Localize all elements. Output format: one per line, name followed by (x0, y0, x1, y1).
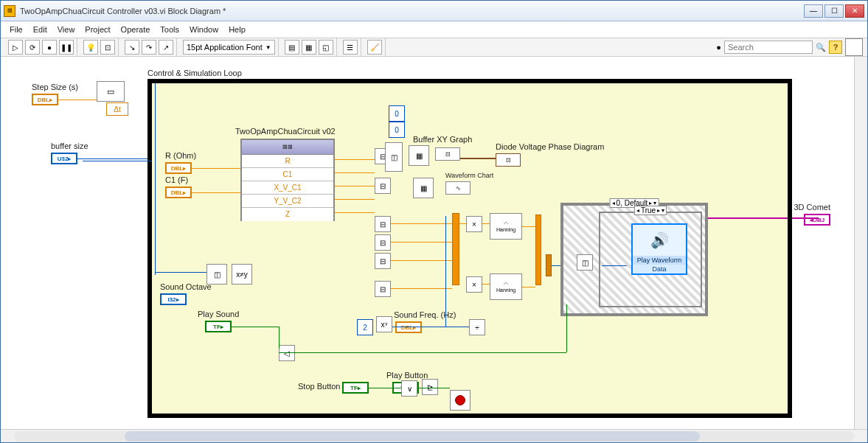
play-waveform-node[interactable]: 🔊 Play Waveform Data (631, 223, 687, 275)
sound-octave-terminal[interactable]: I32▸ (160, 293, 187, 305)
align-button[interactable]: ▤ (285, 40, 299, 55)
menu-help[interactable]: Help (229, 25, 246, 34)
retain-wire-button[interactable]: ⊡ (100, 40, 115, 55)
inner-next-icon[interactable]: ▸ (657, 207, 660, 214)
control-sim-loop[interactable]: R (Ohm) DBL▸ C1 (F) DBL▸ Sound Octave I3… (147, 79, 792, 418)
build-xy-node[interactable]: ▦ (409, 145, 429, 166)
build-array-node[interactable]: ⊟ (375, 178, 391, 194)
merge-signals-node[interactable]: ▦ (413, 178, 434, 198)
pause-button[interactable]: ❚❚ (59, 40, 74, 55)
app-icon: ⊞ (4, 5, 15, 17)
highlight-exec-button[interactable]: 💡 (83, 40, 98, 55)
scroll-track[interactable] (14, 431, 854, 442)
help-button[interactable]: ? (829, 41, 842, 54)
comet-terminal[interactable]: ◂OBJ (804, 214, 830, 226)
maximize-button[interactable]: ☐ (824, 4, 844, 18)
abort-button[interactable]: ● (42, 40, 57, 55)
waveform-chart-indicator[interactable]: ∿ (445, 181, 471, 195)
const-zero-a[interactable]: 0 (389, 105, 405, 122)
xy-graph-indicator[interactable]: ⊡ (435, 147, 460, 161)
inner-prev-icon[interactable]: ◂ (636, 207, 639, 214)
menu-window[interactable]: Window (190, 25, 218, 34)
step-over-button[interactable]: ↷ (142, 40, 156, 55)
run-button[interactable]: ▷ (8, 40, 23, 55)
search-go-icon[interactable]: 🔍 (816, 43, 826, 52)
c1-terminal[interactable]: DBL▸ (165, 186, 192, 198)
menu-file[interactable]: File (10, 25, 23, 34)
multiply-a-node[interactable]: × (466, 216, 482, 232)
not-equal-node[interactable]: x≠y (232, 264, 252, 285)
collector-b-node[interactable]: ⊟ (375, 234, 391, 251)
menu-tools[interactable]: Tools (160, 25, 179, 34)
collector-d-node[interactable]: ⊟ (375, 281, 391, 297)
sim-input-node[interactable]: ▭ (97, 81, 125, 102)
run-cont-button[interactable]: ⟳ (25, 40, 40, 55)
inner-dd-icon[interactable]: ▾ (662, 207, 664, 214)
step-size-terminal[interactable]: DBL▸ (32, 94, 58, 105)
play-sound-label: Play Sound (198, 310, 239, 318)
stop-button-terminal[interactable]: TF▸ (342, 382, 369, 394)
build-array-2[interactable] (546, 254, 552, 276)
diode-indicator[interactable]: ⊡ (496, 153, 521, 167)
menu-operate[interactable]: Operate (121, 25, 150, 34)
diagram-canvas[interactable]: Step Size (s) DBL▸ buffer size U32▸ Cont… (1, 57, 867, 429)
const-zero-b[interactable]: 0 (389, 122, 405, 138)
minimize-button[interactable]: — (804, 4, 823, 18)
feedback-node[interactable]: ◁ (279, 345, 295, 361)
merge-bundle-2[interactable] (535, 214, 541, 285)
resize-button[interactable]: ◱ (319, 40, 333, 55)
collector-a-node[interactable]: ⊟ (375, 216, 391, 232)
power-node[interactable]: xʸ (376, 316, 392, 332)
wire (438, 388, 450, 388)
window-title: TwoOpAmpChuaCircuit Controller v03.vi Bl… (20, 7, 804, 15)
wire (192, 168, 240, 169)
case-prev-icon[interactable]: ◂ (612, 200, 615, 206)
comet-label: 3D Comet (794, 203, 830, 212)
multiply-b-node[interactable]: × (466, 276, 482, 293)
wire (77, 158, 147, 159)
menu-view[interactable]: View (58, 25, 75, 34)
outer-case-structure[interactable]: ◂ 0, Default ▸ ▾ ◂ True ▸ ▾ 🔊 (560, 203, 708, 316)
play-waveform-label: Play Waveform (633, 256, 686, 265)
implies-node[interactable]: ⊵ (422, 379, 438, 395)
reorder-button[interactable]: ☰ (343, 40, 358, 55)
wire (391, 223, 452, 224)
vi-icon[interactable] (845, 38, 863, 56)
chua-subvi[interactable]: ⊞⊞ R C1 X_V_C1 Y_V_C2 Z (240, 139, 335, 221)
loop-stop-terminal[interactable] (450, 390, 471, 411)
divide-node[interactable]: ÷ (469, 319, 485, 335)
case-build-node[interactable]: ◫ (577, 254, 593, 271)
or-node[interactable]: ∨ (401, 380, 417, 397)
sound-freq-terminal[interactable]: DBL▸ (395, 321, 422, 333)
close-button[interactable]: ✕ (845, 4, 864, 18)
wire (391, 242, 452, 243)
bundle-node[interactable]: ◫ (206, 264, 227, 285)
step-into-button[interactable]: ↘ (125, 40, 139, 55)
hanning-b-node[interactable]: ◠Hanning (490, 273, 522, 300)
play-sound-terminal[interactable]: TF▸ (205, 321, 232, 332)
inner-case-structure[interactable]: ◂ True ▸ ▾ 🔊 Play Waveform Data (599, 212, 702, 307)
step-out-button[interactable]: ↗ (159, 40, 173, 55)
titlebar[interactable]: ⊞ TwoOpAmpChuaCircuit Controller v03.vi … (1, 1, 867, 21)
wire (335, 199, 375, 200)
collector-c-node[interactable]: ⊟ (375, 253, 391, 269)
waveform-chart-label: Waveform Chart (445, 172, 493, 179)
r-terminal[interactable]: DBL▸ (165, 162, 192, 174)
bundle-xy-node[interactable]: ◫ (385, 142, 403, 172)
inner-case-selector[interactable]: ◂ True ▸ ▾ (634, 206, 667, 215)
hanning-a-node[interactable]: ◠Hanning (490, 213, 522, 240)
buffer-size-terminal[interactable]: U32▸ (51, 153, 77, 164)
font-selector[interactable]: 15pt Application Font▼ (183, 40, 275, 55)
menu-project[interactable]: Project (85, 25, 110, 34)
const-two[interactable]: 2 (357, 319, 373, 335)
distribute-button[interactable]: ▦ (302, 40, 316, 55)
scroll-thumb[interactable] (125, 431, 700, 442)
search-input[interactable] (724, 41, 813, 54)
merge-bundle[interactable] (452, 213, 459, 285)
horizontal-scrollbar[interactable] (1, 429, 867, 442)
dt-node[interactable]: Δt (106, 102, 128, 116)
menu-edit[interactable]: Edit (33, 25, 47, 34)
cleanup-button[interactable]: 🧹 (367, 40, 382, 55)
vertical-scrollbar[interactable] (854, 57, 867, 429)
wire (335, 159, 375, 160)
